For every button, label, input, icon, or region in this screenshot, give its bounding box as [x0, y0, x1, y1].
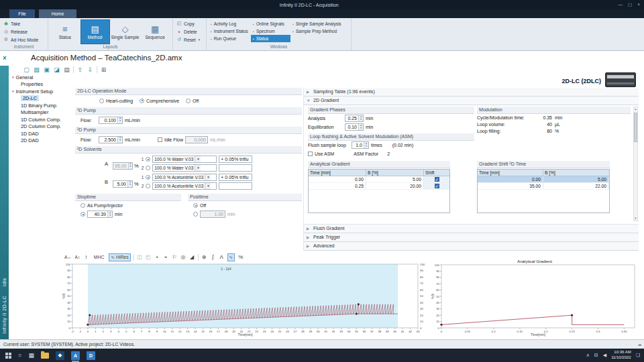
- autoscale-y-icon[interactable]: A↕: [74, 253, 80, 261]
- solvent-b1-radio[interactable]: [146, 175, 150, 180]
- radio-off[interactable]: Off: [186, 99, 199, 103]
- add-view-icon[interactable]: ⊞: [100, 66, 107, 73]
- tree-node-instrument-setup[interactable]: ▾Instrument Setup: [12, 88, 74, 95]
- table-row[interactable]: 0.25 20.00 ✓: [309, 183, 449, 190]
- idle-flow-checkbox[interactable]: [158, 137, 162, 142]
- table-row[interactable]: 35.00 22.00: [478, 183, 609, 190]
- task-view-icon[interactable]: ▦: [28, 349, 34, 362]
- start-button[interactable]: [5, 353, 11, 359]
- close-method-icon[interactable]: ×: [3, 54, 7, 62]
- file-explorer-icon[interactable]: [41, 353, 49, 359]
- search-icon[interactable]: ○: [18, 349, 21, 362]
- window-toggle-single-sample-analysis[interactable]: ▪Single Sample Analysis: [290, 20, 349, 27]
- posttime-off-radio[interactable]: [193, 203, 198, 208]
- solvent-a2-modifier-field[interactable]: [219, 164, 252, 172]
- annotation-icon[interactable]: ⚐: [172, 253, 178, 261]
- table-row[interactable]: 0.00 5.00: [478, 176, 609, 183]
- maximize-icon[interactable]: ▢: [628, 2, 632, 7]
- spinner-icon[interactable]: ▲▼: [358, 115, 363, 121]
- hires-button[interactable]: ∿ HiRes: [109, 253, 130, 261]
- delete-button[interactable]: × Delete: [175, 27, 204, 36]
- solvent-b1-drop[interactable]: 100.0 % Acetonitrile V.03▼: [152, 174, 217, 181]
- spinner-icon[interactable]: ▲▼: [107, 211, 112, 217]
- spinner-icon[interactable]: ▲▼: [127, 181, 132, 187]
- window-toggle-run-queue[interactable]: ▪Run Queue: [209, 35, 251, 42]
- save-as-icon[interactable]: ◪: [53, 66, 60, 73]
- connected-users-icon[interactable]: ●●: [638, 343, 641, 347]
- download-method-icon[interactable]: ⇩: [87, 66, 94, 73]
- section-sampling-table[interactable]: ▶ Sampling Table (1:96 events): [304, 88, 639, 97]
- app-tile-acquisition[interactable]: A: [71, 351, 80, 360]
- split-view-icon[interactable]: ◰: [146, 253, 152, 261]
- solvent-b2-radio[interactable]: [146, 184, 150, 188]
- upload-method-icon[interactable]: ⇧: [76, 66, 84, 73]
- crosshair-icon[interactable]: +: [154, 253, 160, 261]
- solvent-a2-radio[interactable]: [146, 166, 150, 170]
- autoscale-x-icon[interactable]: A↔: [64, 253, 72, 261]
- eraser-icon[interactable]: ◢: [189, 253, 195, 261]
- tree-item-2d-lc[interactable]: 2D-LC: [12, 95, 74, 103]
- volume-icon[interactable]: ◀: [603, 353, 606, 358]
- gradient-scrollbar[interactable]: ▲ ▼: [633, 107, 638, 221]
- solvent-a1-modifier-field[interactable]: + 0.05% triflu: [219, 156, 252, 163]
- window-toggle-online-signals[interactable]: ▪Online Signals: [251, 20, 290, 27]
- spinner-icon[interactable]: ▲▼: [117, 137, 122, 143]
- tab-file[interactable]: File: [9, 9, 35, 18]
- stoptime-as-pump-radio[interactable]: [80, 203, 85, 208]
- single-sample-layout-button[interactable]: ◇ Single Sample: [111, 19, 140, 44]
- spotlight-icon[interactable]: ◎: [180, 253, 186, 261]
- window-toggle-activity-log[interactable]: ▪Activity Log: [209, 20, 251, 27]
- solvent-b-percent-field[interactable]: 5.00▲▼: [113, 180, 133, 188]
- app-tile-data-analysis[interactable]: D: [87, 351, 95, 360]
- radio-heart-cutting[interactable]: Heart-cutting: [99, 99, 133, 103]
- method-layout-button[interactable]: ▤ Method: [80, 19, 110, 44]
- taskbar-clock[interactable]: 10:36 AM 11/10/2022: [611, 350, 631, 361]
- solvent-a1-radio[interactable]: [146, 157, 150, 162]
- tree-item-2d-dad[interactable]: 2D DAD: [12, 137, 74, 145]
- spinner-icon[interactable]: ▲▼: [364, 142, 368, 148]
- minimize-icon[interactable]: —: [619, 2, 623, 7]
- network-icon[interactable]: ⊟: [594, 353, 598, 358]
- tree-node-general[interactable]: ▾General: [12, 74, 74, 81]
- 1d-flow-field[interactable]: 0.100▲▼: [99, 117, 123, 124]
- tree-item-1d-dad[interactable]: 1D DAD: [12, 130, 74, 137]
- use-asm-checkbox[interactable]: [308, 152, 313, 156]
- table-row[interactable]: 0.00 5.00 ✓: [309, 176, 449, 183]
- window-toggle-spectrum[interactable]: ▪Spectrum: [251, 27, 290, 35]
- overlay-icon[interactable]: ◫: [137, 253, 143, 261]
- scroll-up-icon[interactable]: ▲: [634, 107, 637, 111]
- mhc-button[interactable]: MHC: [92, 253, 106, 261]
- stoptime-field[interactable]: 40.39▲▼: [87, 210, 113, 218]
- new-method-icon[interactable]: ▢: [23, 66, 30, 73]
- section-advanced[interactable]: ▶ Advanced: [304, 242, 639, 251]
- percent-icon[interactable]: %: [237, 253, 244, 261]
- solvent-b2-modifier-field[interactable]: [219, 182, 252, 190]
- release-button[interactable]: ◎ Release: [2, 27, 46, 36]
- solvent-b1-modifier-field[interactable]: + 0.05% triflu: [219, 174, 252, 181]
- stoptime-value-radio[interactable]: [80, 212, 85, 217]
- solvent-a1-dropdown[interactable]: 100.0 % Water V.03▼: [152, 156, 217, 163]
- section-peak-trigger[interactable]: ▶ Peak Trigger: [304, 233, 639, 242]
- scale-mode-icon[interactable]: ↕: [83, 253, 89, 261]
- zoom-icon[interactable]: ⊕: [201, 253, 207, 261]
- window-toggle-sample-prep-method[interactable]: ▪Sample Prep Method: [290, 27, 349, 35]
- window-toggle-instrument-status[interactable]: ▪Instrument Status: [209, 27, 251, 35]
- remove-marker-icon[interactable]: ×: [163, 253, 169, 261]
- open-method-icon[interactable]: ▧: [33, 66, 40, 73]
- shift-checkbox[interactable]: ✓: [435, 177, 439, 182]
- tree-item-1d-column-comp[interactable]: 1D Column Comp.: [12, 116, 74, 123]
- save-method-icon[interactable]: ▣: [43, 66, 50, 73]
- status-layout-button[interactable]: ≡ Status: [50, 19, 80, 44]
- solvent-a2-dropdown[interactable]: 100.0 % Water V.03▼: [152, 164, 217, 172]
- tree-item-properties[interactable]: Properties: [12, 81, 74, 88]
- tree-item-2d-column-comp[interactable]: 2D Column Comp.: [12, 123, 74, 131]
- spinner-icon[interactable]: ▲▼: [358, 124, 363, 130]
- print-icon[interactable]: ▤: [63, 66, 70, 73]
- analysis-time-field[interactable]: 0.25▲▼: [345, 115, 364, 122]
- baseline-icon[interactable]: ∿: [227, 253, 235, 261]
- tree-item-1d-binary-pump[interactable]: 1D Binary Pump: [12, 102, 74, 109]
- section-flush-gradient[interactable]: ▶ Flush Gradient: [304, 225, 639, 233]
- section-2d-gradient[interactable]: ▼ 2D Gradient: [304, 97, 639, 105]
- action-center-icon[interactable]: ❏: [636, 353, 640, 358]
- gradient-preview-chart[interactable]: 0010102020303040405050606070708080909010…: [62, 261, 427, 337]
